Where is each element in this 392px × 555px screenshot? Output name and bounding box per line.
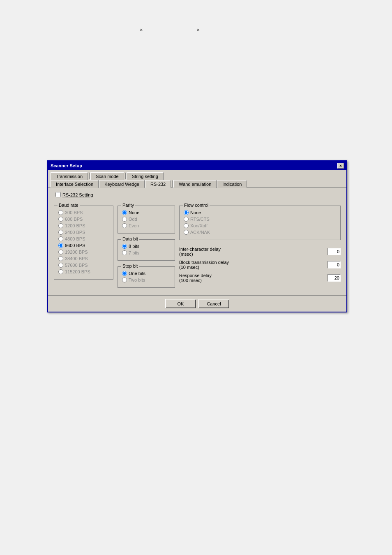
baud-115200-radio[interactable] xyxy=(58,269,63,274)
tab-separator-2 xyxy=(125,173,126,179)
inter-char-label: Inter-character delay(msec) xyxy=(179,247,325,257)
flow-rtscts-label: RTS/CTS xyxy=(190,217,210,222)
flow-acknak-radio[interactable] xyxy=(184,230,189,235)
tab-scan-mode[interactable]: Scan mode xyxy=(90,172,124,180)
parity-even[interactable]: Even xyxy=(122,223,171,228)
data-bit-8-label: 8 bits xyxy=(129,244,139,249)
parity-none-label: None xyxy=(129,210,139,215)
stop-bit-group: Stop bit One bits Two bits xyxy=(118,266,175,288)
right-column: Flow control None RTS/CTS Xon/Xoff xyxy=(179,202,341,286)
baud-38400[interactable]: 38400 BPS xyxy=(58,256,109,261)
flow-xonxoff-radio[interactable] xyxy=(184,223,189,228)
stop-bit-two[interactable]: Two bits xyxy=(122,278,171,282)
stop-bit-two-label: Two bits xyxy=(129,278,145,282)
baud-38400-radio[interactable] xyxy=(58,256,63,261)
dialog-title: Scanner Setup xyxy=(51,163,82,168)
data-bit-8-radio[interactable] xyxy=(122,244,127,249)
baud-rate-legend: Baud rate xyxy=(58,203,80,208)
baud-rate-group: Baud rate 300 BPS 600 BPS 1200 BPS xyxy=(54,206,113,280)
tab-indication[interactable]: Indication xyxy=(217,180,247,188)
baud-57600[interactable]: 57600 BPS xyxy=(58,263,109,268)
baud-600-radio[interactable] xyxy=(58,217,63,222)
data-bit-8[interactable]: 8 bits xyxy=(122,244,171,249)
cancel-button[interactable]: Cancel xyxy=(198,299,229,308)
baud-115200[interactable]: 115200 BPS xyxy=(58,269,109,274)
stop-bit-one-radio[interactable] xyxy=(122,271,127,276)
rs232-setting-checkbox[interactable] xyxy=(55,192,61,197)
ok-button[interactable]: OK xyxy=(165,299,196,308)
baud-1200-radio[interactable] xyxy=(58,223,63,228)
baud-300-label: 300 BPS xyxy=(65,210,83,215)
parity-none-radio[interactable] xyxy=(122,210,127,215)
flow-acknak[interactable]: ACK/NAK xyxy=(184,230,336,235)
parity-odd-radio[interactable] xyxy=(122,217,127,222)
baud-4800-radio[interactable] xyxy=(58,236,63,241)
flow-control-legend: Flow control xyxy=(183,203,210,208)
flow-control-group: Flow control None RTS/CTS Xon/Xoff xyxy=(179,206,341,240)
block-trans-input[interactable]: 0 xyxy=(327,261,341,268)
baud-4800[interactable]: 4800 BPS xyxy=(58,236,109,241)
data-bit-7-label: 7 bits xyxy=(129,250,139,255)
stop-bit-one[interactable]: One bits xyxy=(122,271,171,276)
flow-rtscts[interactable]: RTS/CTS xyxy=(184,217,336,222)
baud-19200[interactable]: 19200 BPS xyxy=(58,250,109,254)
parity-none[interactable]: None xyxy=(122,210,171,215)
baud-4800-label: 4800 BPS xyxy=(65,236,85,241)
rs232-setting-group[interactable]: RS-232 Setting xyxy=(55,192,93,197)
cancel-label: Cancel xyxy=(207,301,221,306)
stop-bit-one-label: One bits xyxy=(129,271,145,276)
tab-transmission[interactable]: Transmission xyxy=(51,172,88,180)
scanner-setup-dialog: Scanner Setup × Transmission Scan mode S… xyxy=(47,160,347,312)
tab-rs232[interactable]: RS-232 xyxy=(145,180,171,188)
flow-xonxoff-label: Xon/Xoff xyxy=(190,223,208,228)
flow-rtscts-radio[interactable] xyxy=(184,217,189,222)
inter-char-delay-row: Inter-character delay(msec) 0 xyxy=(179,247,341,257)
baud-9600[interactable]: 9600 BPS xyxy=(58,243,109,248)
content-columns: Baud rate 300 BPS 600 BPS 1200 BPS xyxy=(54,202,341,288)
dialog-close-button[interactable]: × xyxy=(337,163,344,169)
inter-char-input[interactable]: 0 xyxy=(327,248,341,255)
tab-interface-selection[interactable]: Interface Selection xyxy=(51,180,99,188)
tabs-row-1: Transmission Scan mode String setting xyxy=(48,170,346,180)
flow-xonxoff[interactable]: Xon/Xoff xyxy=(184,223,336,228)
parity-group: Parity None Odd Even xyxy=(118,206,175,234)
parity-odd[interactable]: Odd xyxy=(122,217,171,222)
dialog-titlebar: Scanner Setup × xyxy=(48,161,346,170)
tab-keyboard-wedge[interactable]: Keyboard Wedge xyxy=(99,180,145,188)
parity-legend: Parity xyxy=(121,203,135,208)
baud-300[interactable]: 300 BPS xyxy=(58,210,109,215)
baud-2400-radio[interactable] xyxy=(58,230,63,235)
data-bit-7[interactable]: 7 bits xyxy=(122,250,171,255)
baud-19200-label: 19200 BPS xyxy=(65,250,88,254)
baud-19200-radio[interactable] xyxy=(58,250,63,254)
baud-57600-radio[interactable] xyxy=(58,263,63,268)
data-bit-group: Data bit 8 bits 7 bits xyxy=(118,239,175,261)
tab-separator-3 xyxy=(172,180,173,187)
tabs-container: Transmission Scan mode String setting In… xyxy=(48,170,346,188)
flow-none-radio[interactable] xyxy=(184,210,189,215)
desktop: × × Scanner Setup × Transmission Scan mo… xyxy=(0,0,392,555)
tab-separator-1 xyxy=(89,173,90,179)
baud-600-label: 600 BPS xyxy=(65,217,83,222)
baud-300-radio[interactable] xyxy=(58,210,63,215)
baud-1200[interactable]: 1200 BPS xyxy=(58,223,109,228)
flow-none[interactable]: None xyxy=(184,210,336,215)
data-bit-legend: Data bit xyxy=(121,236,139,241)
baud-600[interactable]: 600 BPS xyxy=(58,217,109,222)
stop-bit-two-radio[interactable] xyxy=(122,278,127,282)
block-trans-delay-row: Block transmission delay(10 msec) 0 xyxy=(179,260,341,270)
rs232-setting-label: RS-232 Setting xyxy=(62,192,93,197)
data-bit-7-radio[interactable] xyxy=(122,250,127,255)
tab-wand-emulation[interactable]: Wand emulation xyxy=(173,180,217,188)
response-delay-label: Response delay(100 msec) xyxy=(179,273,325,283)
response-delay-row: Response delay(100 msec) 20 xyxy=(179,273,341,283)
block-trans-label: Block transmission delay(10 msec) xyxy=(179,260,325,270)
response-delay-input[interactable]: 20 xyxy=(327,274,341,282)
baud-9600-radio[interactable] xyxy=(58,243,63,248)
baud-2400-label: 2400 BPS xyxy=(65,230,85,235)
tab-string-setting[interactable]: String setting xyxy=(127,172,164,180)
middle-column: Parity None Odd Even xyxy=(118,202,175,288)
parity-even-radio[interactable] xyxy=(122,223,127,228)
stop-bit-legend: Stop bit xyxy=(121,264,139,268)
baud-2400[interactable]: 2400 BPS xyxy=(58,230,109,235)
